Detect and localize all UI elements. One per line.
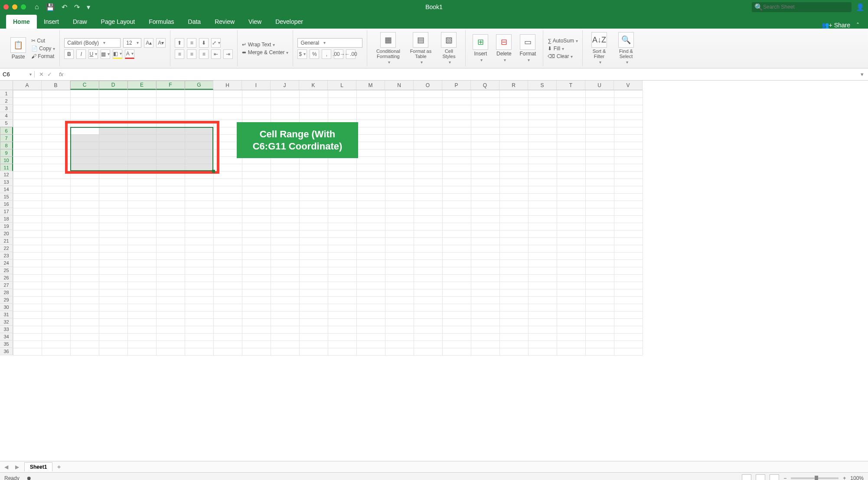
font-color-button[interactable]: A (125, 49, 134, 59)
page-layout-view-button[interactable] (756, 474, 765, 480)
increase-font-icon[interactable]: A▴ (144, 38, 153, 48)
search-sheet[interactable]: 🔍 (752, 2, 852, 12)
increase-indent-icon[interactable]: ⇥ (223, 49, 233, 59)
row-header-14[interactable]: 14 (0, 186, 13, 193)
borders-button[interactable]: ▦ (101, 49, 110, 59)
wrap-text-button[interactable]: ↵ Wrap Text (242, 42, 288, 48)
sheet-nav-prev-icon[interactable]: ◀ (3, 464, 10, 470)
row-header-2[interactable]: 2 (0, 97, 13, 105)
user-account-icon[interactable]: 👤 (856, 3, 865, 11)
decrease-decimal-icon[interactable]: ←.00 (346, 49, 356, 59)
redo-icon[interactable]: ↷ (71, 3, 83, 11)
tab-draw[interactable]: Draw (66, 15, 94, 29)
decrease-font-icon[interactable]: A▾ (156, 38, 166, 48)
row-header-20[interactable]: 20 (0, 230, 13, 237)
column-header-J[interactable]: J (271, 81, 299, 90)
select-all-corner[interactable] (0, 81, 13, 90)
row-header-3[interactable]: 3 (0, 105, 13, 112)
row-header-32[interactable]: 32 (0, 318, 13, 326)
column-header-B[interactable]: B (42, 81, 70, 90)
add-sheet-button[interactable]: ＋ (56, 463, 62, 471)
row-header-6[interactable]: 6 (0, 127, 13, 134)
number-format-select[interactable]: General (297, 38, 362, 48)
maximize-window-icon[interactable] (21, 4, 26, 10)
normal-view-button[interactable] (742, 474, 751, 480)
page-break-view-button[interactable] (770, 474, 779, 480)
column-header-P[interactable]: P (442, 81, 471, 90)
sheet-nav-next-icon[interactable]: ▶ (13, 464, 21, 470)
column-header-Q[interactable]: Q (471, 81, 499, 90)
row-header-19[interactable]: 19 (0, 223, 13, 230)
column-header-G[interactable]: G (185, 81, 213, 90)
tab-page-layout[interactable]: Page Layout (94, 15, 142, 29)
zoom-in-button[interactable]: + (843, 475, 846, 480)
row-header-4[interactable]: 4 (0, 112, 13, 120)
format-as-table-button[interactable]: ▤Format as Table (407, 30, 434, 66)
format-cells-button[interactable]: ▭Format (517, 32, 538, 64)
format-painter-button[interactable]: 🖌 Format (31, 53, 55, 59)
column-header-V[interactable]: V (614, 81, 643, 90)
zoom-level[interactable]: 100% (850, 475, 864, 480)
row-header-27[interactable]: 27 (0, 282, 13, 289)
row-header-10[interactable]: 10 (0, 156, 13, 164)
cut-button[interactable]: ✂ Cut (31, 38, 55, 44)
undo-icon[interactable]: ↶ (58, 3, 71, 11)
insert-cells-button[interactable]: ⊞Insert (470, 32, 491, 64)
row-header-31[interactable]: 31 (0, 311, 13, 318)
row-header-35[interactable]: 35 (0, 341, 13, 348)
merge-center-button[interactable]: ⬌ Merge & Center (242, 49, 288, 55)
row-header-34[interactable]: 34 (0, 333, 13, 341)
row-header-36[interactable]: 36 (0, 348, 13, 355)
column-header-E[interactable]: E (127, 81, 156, 90)
tab-home[interactable]: Home (6, 15, 37, 29)
row-header-23[interactable]: 23 (0, 252, 13, 259)
row-header-5[interactable]: 5 (0, 120, 13, 127)
cancel-formula-icon[interactable]: ✕ (39, 71, 44, 78)
align-top-icon[interactable]: ⬆ (175, 38, 184, 48)
row-header-7[interactable]: 7 (0, 134, 13, 142)
row-header-25[interactable]: 25 (0, 267, 13, 274)
column-header-R[interactable]: R (499, 81, 528, 90)
column-header-I[interactable]: I (242, 81, 271, 90)
sheet-tab-sheet1[interactable]: Sheet1 (24, 462, 52, 471)
row-header-30[interactable]: 30 (0, 304, 13, 311)
row-header-24[interactable]: 24 (0, 259, 13, 267)
column-header-A[interactable]: A (13, 81, 42, 90)
row-header-29[interactable]: 29 (0, 296, 13, 304)
column-header-T[interactable]: T (557, 81, 585, 90)
cell-styles-button[interactable]: ▧Cell Styles (437, 30, 461, 66)
italic-button[interactable]: I (76, 49, 86, 59)
row-header-33[interactable]: 33 (0, 326, 13, 333)
row-header-8[interactable]: 8 (0, 142, 13, 149)
qat-customize-icon[interactable]: ▾ (83, 3, 94, 11)
underline-button[interactable]: U (88, 49, 98, 59)
fill-button[interactable]: ⬇ Fill (548, 45, 578, 52)
fill-color-button[interactable]: ◧ (113, 49, 122, 59)
row-header-13[interactable]: 13 (0, 178, 13, 186)
copy-button[interactable]: 📄 Copy (31, 45, 55, 52)
align-left-icon[interactable]: ≡ (175, 49, 184, 59)
increase-decimal-icon[interactable]: .00→ (334, 49, 343, 59)
home-icon[interactable]: ⌂ (31, 3, 42, 11)
font-name-select[interactable]: Calibri (Body) (64, 38, 121, 48)
expand-formula-bar-icon[interactable]: ▾ (856, 71, 868, 78)
enter-formula-icon[interactable]: ✓ (47, 71, 52, 78)
macro-record-icon[interactable]: ⏺ (26, 475, 32, 480)
column-header-K[interactable]: K (299, 81, 328, 90)
autosum-button[interactable]: ∑ AutoSum (548, 38, 578, 44)
tab-data[interactable]: Data (181, 15, 208, 29)
save-icon[interactable]: 💾 (42, 3, 58, 11)
row-header-18[interactable]: 18 (0, 215, 13, 223)
zoom-slider[interactable] (791, 477, 839, 479)
row-header-28[interactable]: 28 (0, 289, 13, 296)
row-header-9[interactable]: 9 (0, 149, 13, 156)
formula-input[interactable] (66, 71, 856, 78)
column-header-H[interactable]: H (213, 81, 242, 90)
column-header-N[interactable]: N (385, 81, 414, 90)
conditional-formatting-button[interactable]: ▦Conditional Formatting (372, 30, 405, 66)
search-input[interactable] (763, 4, 845, 10)
fill-handle[interactable] (212, 170, 215, 173)
tab-developer[interactable]: Developer (268, 15, 310, 29)
share-button[interactable]: 👥+ Share (822, 22, 850, 29)
row-header-26[interactable]: 26 (0, 274, 13, 282)
